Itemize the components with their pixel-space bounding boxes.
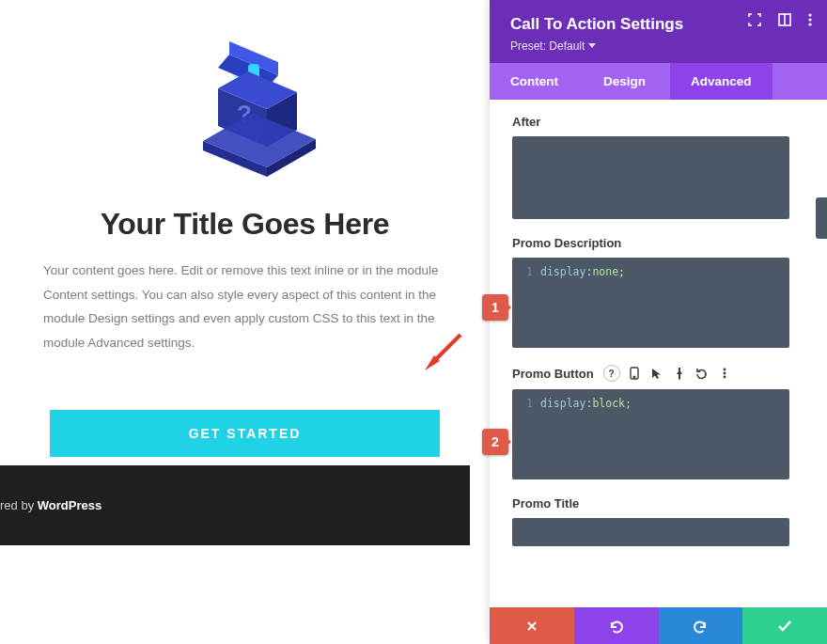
css-input-promo-title[interactable] bbox=[512, 518, 789, 546]
footer-prefix: red by bbox=[0, 498, 38, 512]
svg-point-16 bbox=[808, 13, 811, 16]
css-label-promo-button: Promo Button bbox=[512, 367, 594, 381]
check-icon bbox=[777, 620, 792, 633]
code-val: block bbox=[592, 397, 625, 410]
undo-button[interactable] bbox=[574, 607, 659, 644]
help-icon[interactable]: ? bbox=[603, 365, 620, 382]
panel-body: After Promo Description 1display:none; P… bbox=[490, 100, 827, 607]
line-number: 1 bbox=[522, 396, 533, 412]
svg-marker-13 bbox=[588, 43, 596, 48]
svg-marker-21 bbox=[652, 369, 661, 379]
footer-text: red by WordPress bbox=[0, 498, 101, 512]
footer-bar: red by WordPress bbox=[0, 465, 470, 545]
callout-2: 2 bbox=[482, 429, 508, 455]
tab-content[interactable]: Content bbox=[490, 63, 579, 100]
question-box-icon: ? bbox=[175, 36, 316, 177]
undo-icon bbox=[609, 619, 624, 634]
line-number: 1 bbox=[522, 264, 533, 280]
preset-selector[interactable]: Preset: Default bbox=[510, 39, 596, 53]
field-option-icons: ? bbox=[603, 365, 733, 382]
side-toggle[interactable] bbox=[816, 197, 827, 239]
save-button[interactable] bbox=[742, 607, 827, 644]
css-input-promo-button[interactable]: 1display:block; bbox=[512, 389, 789, 479]
css-input-promo-description[interactable]: 1display:none; bbox=[512, 258, 789, 348]
close-button[interactable] bbox=[490, 607, 574, 644]
tab-advanced[interactable]: Advanced bbox=[670, 63, 772, 100]
chevron-down-icon bbox=[588, 43, 596, 49]
panel-tabs: Content Design Advanced bbox=[490, 63, 827, 100]
css-label-after: After bbox=[512, 115, 540, 129]
panel-footer bbox=[490, 607, 827, 644]
columns-icon[interactable] bbox=[778, 13, 791, 26]
css-section-promo-description: Promo Description 1display:none; bbox=[512, 236, 804, 348]
svg-point-18 bbox=[808, 23, 811, 25]
get-started-button[interactable]: GET STARTED bbox=[50, 410, 440, 457]
css-input-after[interactable] bbox=[512, 136, 789, 219]
reset-icon[interactable] bbox=[694, 365, 710, 382]
redo-button[interactable] bbox=[659, 607, 743, 644]
pin-icon[interactable] bbox=[671, 365, 688, 382]
svg-point-22 bbox=[723, 369, 726, 371]
code-key: display bbox=[540, 397, 585, 410]
more-icon[interactable] bbox=[808, 13, 812, 26]
css-section-promo-title: Promo Title bbox=[512, 496, 804, 546]
code-val: none bbox=[592, 265, 618, 278]
panel-header: Call To Action Settings Preset: Default bbox=[490, 0, 827, 63]
svg-point-23 bbox=[723, 372, 726, 375]
promo-module: ? Your Title Goes Here Your content goes… bbox=[0, 0, 490, 457]
svg-point-17 bbox=[808, 18, 811, 21]
redo-icon bbox=[693, 619, 708, 634]
footer-brand[interactable]: WordPress bbox=[38, 498, 101, 512]
css-section-promo-button: Promo Button ? bbox=[512, 365, 804, 479]
css-label-promo-description: Promo Description bbox=[512, 236, 621, 250]
preview-pane: ? Your Title Goes Here Your content goes… bbox=[0, 0, 490, 644]
settings-panel: Call To Action Settings Preset: Default bbox=[490, 0, 827, 644]
promo-title: Your Title Goes Here bbox=[38, 207, 452, 242]
close-icon bbox=[525, 620, 538, 633]
more-icon[interactable] bbox=[716, 365, 733, 382]
phone-icon[interactable] bbox=[626, 365, 643, 382]
code-key: display bbox=[540, 265, 585, 278]
panel-header-icons bbox=[748, 13, 812, 26]
expand-icon[interactable] bbox=[748, 13, 761, 26]
tab-design[interactable]: Design bbox=[579, 63, 670, 100]
svg-point-24 bbox=[723, 376, 726, 379]
callout-1: 1 bbox=[482, 294, 508, 321]
promo-description[interactable]: Your content goes here. Edit or remove t… bbox=[38, 259, 452, 355]
css-section-after: After bbox=[512, 115, 804, 219]
cursor-icon[interactable] bbox=[648, 365, 665, 382]
svg-point-20 bbox=[633, 376, 635, 378]
preset-label: Preset: Default bbox=[510, 39, 585, 53]
css-label-promo-title: Promo Title bbox=[512, 496, 579, 510]
